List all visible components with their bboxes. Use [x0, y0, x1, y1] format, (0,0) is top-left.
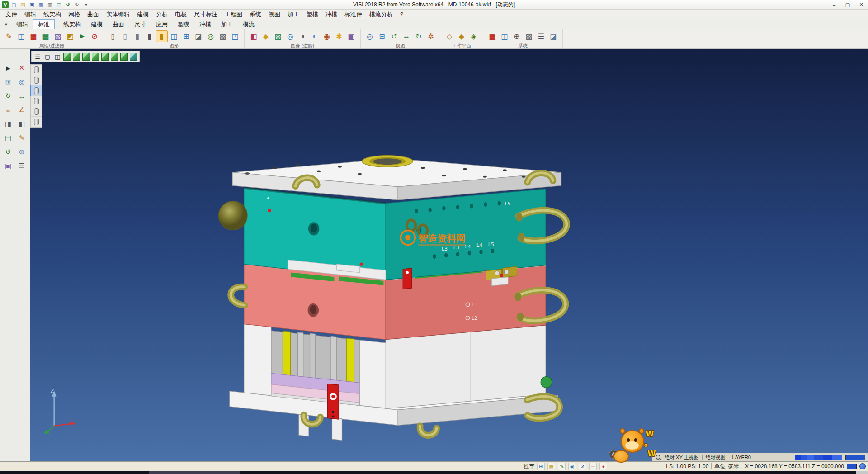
layer-label[interactable]: LAYER0 [732, 455, 751, 460]
menu-item[interactable]: 建模 [133, 10, 152, 19]
layer-color-bar[interactable] [795, 455, 842, 460]
measure-angle-icon[interactable]: ∠ [16, 104, 28, 115]
tab-dimension[interactable]: 尺寸 [129, 19, 151, 29]
windows-taskbar[interactable] [0, 471, 868, 474]
sketch-mode-icon[interactable]: ✎ [558, 463, 566, 470]
menu-item[interactable]: 工程图 [221, 10, 246, 19]
tab-surface[interactable]: 曲面 [108, 19, 129, 29]
zoom-all-icon[interactable]: ◎ [364, 30, 376, 42]
locating-ring[interactable] [362, 156, 413, 167]
redo-icon[interactable]: ↻ [73, 1, 81, 9]
snapshot-icon[interactable]: ▣ [345, 30, 357, 42]
zoom-element-icon[interactable]: ◎ [205, 30, 217, 42]
reflection-icon[interactable]: ◐ [309, 30, 321, 42]
measure-distance-icon[interactable]: ⇔ [2, 104, 14, 115]
tab-stamping[interactable]: 冲模 [194, 19, 216, 29]
material-icon[interactable]: ◆ [260, 30, 272, 42]
quick-access-more-icon[interactable]: ▾ [82, 1, 90, 9]
menu-item[interactable]: 加工 [284, 10, 303, 19]
shadow-icon[interactable]: ◑ [297, 30, 308, 42]
selection-mask-icon[interactable]: ◩ [64, 30, 76, 42]
info-icon[interactable]: ◉ [568, 463, 576, 470]
wireframe-display-icon[interactable]: ▯ [107, 30, 119, 42]
show-element-icon[interactable]: ◧ [16, 118, 28, 129]
orbit-icon[interactable]: ↻ [2, 90, 14, 101]
scene-settings-icon[interactable]: ▩ [217, 30, 229, 42]
layer-manager-icon[interactable]: ▤ [2, 133, 14, 143]
multi-view-icon[interactable]: ◰ [229, 30, 241, 42]
zoom-window-icon[interactable]: ⊞ [2, 76, 14, 87]
save-all-icon[interactable]: ▦ [37, 1, 45, 9]
type-filter-icon[interactable]: ▧ [52, 30, 64, 42]
lifting-handle-base-front-right[interactable] [420, 426, 437, 436]
clip-box-icon[interactable]: ⊞ [180, 30, 192, 42]
settings-icon[interactable]: ☰ [589, 463, 597, 470]
zoom-window-icon[interactable]: ⊞ [376, 30, 388, 42]
tab-edit[interactable]: 编辑 [11, 19, 33, 29]
tab-modeling[interactable]: 建模 [86, 19, 108, 29]
workplane-standard-icon[interactable]: ◇ [443, 30, 455, 42]
support-leg[interactable] [332, 417, 342, 440]
menu-item[interactable]: 线架构 [40, 10, 65, 19]
menu-item[interactable]: 曲面 [84, 10, 103, 19]
undo-view-icon[interactable]: ↺ [2, 147, 14, 157]
tab-wireframe[interactable]: 线架构 [58, 19, 86, 29]
select-icon[interactable]: ► [2, 62, 14, 73]
lifting-handle-left[interactable] [231, 287, 245, 305]
tab-dropdown-icon[interactable]: ▼ [1, 22, 11, 27]
texture-icon[interactable]: ▨ [272, 30, 284, 42]
print-icon[interactable]: ▥ [46, 1, 54, 9]
hide-element-icon[interactable]: ◨ [2, 118, 14, 129]
red-clamp[interactable] [403, 268, 412, 289]
redraw-icon[interactable]: ✲ [425, 30, 437, 42]
menu-item[interactable]: 电极 [171, 10, 190, 19]
light-icon[interactable]: ✱ [333, 30, 345, 42]
tab-flow[interactable]: 模流 [238, 19, 259, 29]
workplane-entity-icon[interactable]: ◈ [468, 30, 480, 42]
ucs-icon[interactable]: ⊕ [16, 147, 28, 157]
help-tools-icon[interactable]: ☰ [16, 161, 28, 171]
environment-icon[interactable]: ◎ [284, 30, 296, 42]
profile-2-icon[interactable]: 2 [579, 463, 586, 470]
tab-standard[interactable]: 标准 [33, 19, 55, 29]
plot-preview-icon[interactable]: ◫ [55, 1, 63, 9]
open-file-icon[interactable]: ▤ [19, 1, 27, 9]
shaded-display-icon[interactable]: ▮ [132, 30, 143, 42]
menu-item[interactable]: 分析 [152, 10, 171, 19]
mold-assembly[interactable] [218, 156, 566, 441]
menu-item[interactable]: 文件 [2, 10, 21, 19]
attribute-copy-icon[interactable]: ◫ [15, 30, 27, 42]
menu-item[interactable]: 系统 [246, 10, 265, 19]
workplane-view-icon[interactable]: ◆ [456, 30, 467, 42]
menu-item[interactable]: 实体编辑 [103, 10, 133, 19]
element-visibility-icon[interactable]: ◪ [193, 30, 204, 42]
grid-toggle-icon[interactable]: ▦ [547, 463, 555, 470]
camera-icon[interactable]: ◉ [321, 30, 333, 42]
tab-application[interactable]: 应用 [151, 19, 173, 29]
snap-settings-icon[interactable]: ⊕ [511, 30, 523, 42]
new-file-icon[interactable]: ▢ [10, 1, 18, 9]
translucent-display-icon[interactable]: ▮ [156, 30, 168, 42]
graphics-canvas[interactable]: ☰▢◫ [30, 49, 868, 461]
menu-item[interactable]: 视图 [265, 10, 284, 19]
color-palette-icon[interactable]: ▦ [486, 30, 498, 42]
solid-display-icon[interactable]: ◪ [547, 30, 559, 42]
support-block[interactable] [386, 325, 552, 409]
lock-toggle[interactable]: 拴牢 [524, 463, 534, 470]
selection-color-bar[interactable] [845, 455, 865, 460]
attribute-edit-icon[interactable]: ✎ [3, 30, 15, 42]
display-settings-icon[interactable]: ◫ [499, 30, 510, 42]
menu-item[interactable]: 网格 [65, 10, 84, 19]
menu-item[interactable]: 模流分析 [366, 10, 396, 19]
color-filter-icon[interactable]: ▦ [28, 30, 39, 42]
menu-item[interactable]: 尺寸标注 [190, 10, 221, 19]
layer-filter-icon[interactable]: ▤ [40, 30, 52, 42]
zoom-fit-icon[interactable]: ◎ [16, 76, 28, 87]
erase-icon[interactable]: ✕ [16, 62, 28, 73]
snap-toggle-icon[interactable]: ⊞ [537, 463, 545, 470]
zoom-previous-icon[interactable]: ↺ [388, 30, 400, 42]
close-button[interactable]: ✕ [854, 0, 868, 9]
shaded-edges-display-icon[interactable]: ▮ [144, 30, 156, 42]
lifting-handle-base-front-left[interactable] [304, 415, 321, 424]
pan-view-icon[interactable]: ↔ [401, 30, 412, 42]
